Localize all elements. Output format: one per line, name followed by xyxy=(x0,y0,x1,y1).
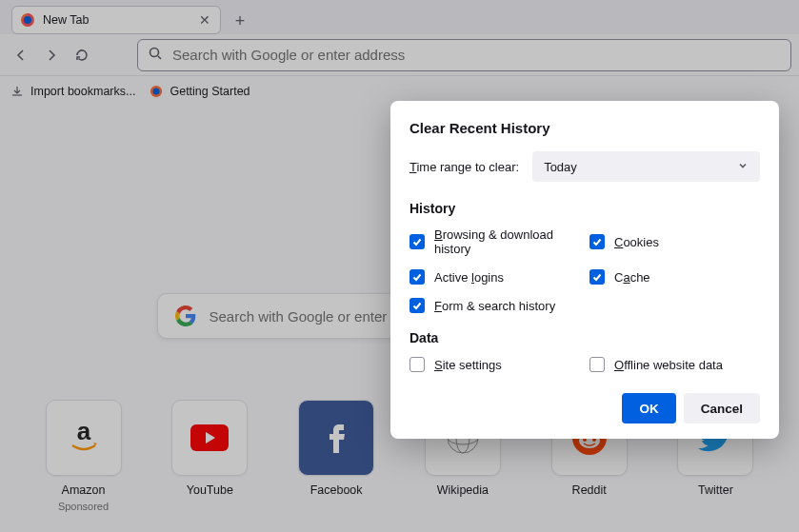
check-label: Active logins xyxy=(434,270,504,285)
checkbox-icon xyxy=(409,298,425,313)
checkbox-icon xyxy=(409,234,425,249)
chevron-down-icon xyxy=(737,160,749,174)
check-label: Browsing & download history xyxy=(434,227,580,256)
ok-button[interactable]: OK xyxy=(622,393,675,424)
check-form-history[interactable]: Form & search history xyxy=(409,298,580,313)
checkbox-icon xyxy=(409,357,425,372)
checkbox-icon xyxy=(589,234,605,249)
check-cache[interactable]: Cache xyxy=(589,269,760,285)
clear-history-dialog: Clear Recent History Time range to clear… xyxy=(390,101,779,439)
check-label: Site settings xyxy=(434,358,502,372)
check-offline-data[interactable]: Offline website data xyxy=(589,357,760,372)
check-label: Cookies xyxy=(614,235,659,249)
check-active-logins[interactable]: Active logins xyxy=(409,269,580,285)
check-label: Offline website data xyxy=(614,358,723,372)
dialog-title: Clear Recent History xyxy=(409,120,760,136)
section-data-heading: Data xyxy=(409,330,760,345)
check-site-settings[interactable]: Site settings xyxy=(409,357,580,372)
check-browsing-history[interactable]: Browsing & download history xyxy=(409,227,580,256)
check-label: Cache xyxy=(614,270,650,285)
checkbox-icon xyxy=(589,357,605,372)
time-range-label: Time range to clear: xyxy=(409,160,519,174)
check-cookies[interactable]: Cookies xyxy=(589,227,760,256)
section-history-heading: History xyxy=(409,201,760,216)
checkbox-icon xyxy=(589,269,605,285)
time-range-select[interactable]: Today xyxy=(532,151,760,182)
time-range-value: Today xyxy=(544,160,577,174)
checkbox-icon xyxy=(409,269,425,285)
check-label: Form & search history xyxy=(434,299,555,313)
cancel-button[interactable]: Cancel xyxy=(684,393,760,424)
